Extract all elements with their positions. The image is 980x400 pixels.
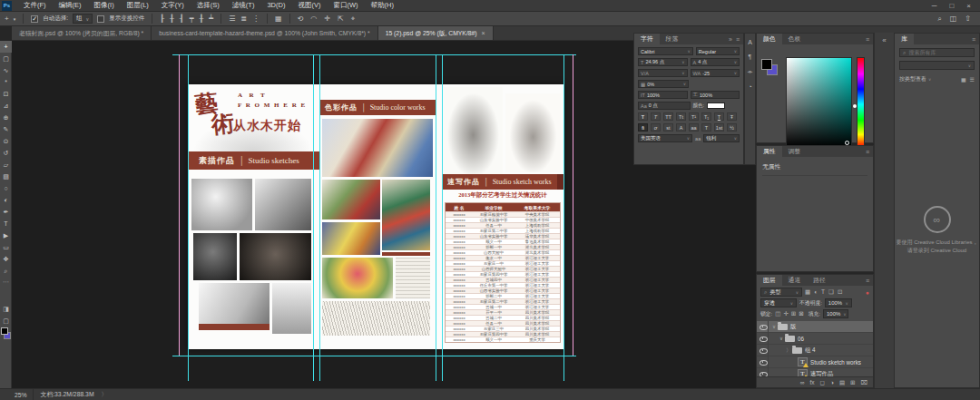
library-search-field[interactable]: ⌕ bbox=[899, 48, 975, 57]
visibility-toggle-icon[interactable] bbox=[757, 321, 769, 333]
margin-guide-left[interactable] bbox=[179, 54, 180, 356]
zoom-level-field[interactable]: 25% bbox=[0, 389, 34, 400]
layer-name[interactable]: 组 4 bbox=[805, 346, 816, 355]
eyedropper-tool[interactable]: ⊿ bbox=[0, 100, 12, 112]
filter-toggle-icon[interactable]: ● bbox=[866, 289, 869, 296]
visibility-toggle-icon[interactable] bbox=[757, 356, 769, 368]
text-style-button[interactable]: Ŧ bbox=[727, 112, 737, 121]
margin-guide-right[interactable] bbox=[573, 54, 573, 356]
expand-arrow-icon[interactable]: 〉 bbox=[785, 347, 792, 354]
status-options-icon[interactable]: 〉 bbox=[102, 390, 108, 399]
panel-menu-icon[interactable]: ≡ bbox=[866, 278, 869, 284]
visibility-toggle-icon[interactable] bbox=[757, 345, 769, 356]
menu-item[interactable]: 编辑(E) bbox=[53, 1, 88, 10]
3d-scale-icon[interactable]: ⌖ bbox=[351, 15, 356, 24]
view-by-type-label[interactable]: 按类型查看 bbox=[899, 75, 926, 83]
layer-name[interactable]: 06 bbox=[798, 336, 804, 342]
vertical-guide-1[interactable] bbox=[188, 54, 189, 381]
tab-libraries[interactable]: 库 bbox=[895, 34, 914, 44]
foreground-color-swatch[interactable] bbox=[761, 59, 772, 70]
new-layer-icon[interactable]: ⊞ bbox=[850, 379, 855, 386]
layer-effects-icon[interactable]: fx bbox=[809, 379, 814, 385]
workspace-switcher-icon[interactable]: ◫ bbox=[950, 15, 957, 24]
rectangular-marquee-tool[interactable]: ▢ bbox=[0, 53, 12, 64]
blur-tool[interactable]: ○ bbox=[0, 182, 12, 194]
opentype-button[interactable]: st bbox=[663, 123, 673, 132]
filter-adjustment-icon[interactable]: ◐ bbox=[814, 288, 818, 296]
dodge-tool[interactable]: ◐ bbox=[0, 194, 12, 206]
text-style-button[interactable]: T bbox=[638, 112, 648, 121]
eraser-tool[interactable]: ▱ bbox=[0, 159, 12, 171]
link-layers-icon[interactable]: ∞ bbox=[800, 379, 805, 385]
panel-menu-icon[interactable]: ≡ bbox=[866, 149, 869, 155]
clone-stamp-tool[interactable]: ⊙ bbox=[0, 135, 12, 147]
character-styles-icon[interactable]: A bbox=[748, 39, 752, 45]
delete-layer-icon[interactable]: ⌧ bbox=[861, 379, 868, 386]
library-select[interactable]: ∨ bbox=[899, 61, 975, 70]
layer-name[interactable]: 版 bbox=[790, 323, 796, 331]
menu-item[interactable]: 图像(I) bbox=[88, 1, 121, 10]
distribute-vertical-icon[interactable]: ☰ bbox=[229, 15, 235, 24]
maximize-icon[interactable]: □ bbox=[949, 2, 954, 10]
menu-item[interactable]: 图层(L) bbox=[121, 1, 155, 10]
kerning-field[interactable]: V/A∨ bbox=[638, 69, 688, 77]
tab-color[interactable]: 颜色 bbox=[757, 34, 782, 44]
document-tab-active[interactable]: 15 (2).psd @ 25% (版, CMYK/8#) × bbox=[378, 26, 494, 40]
horizontal-guide-top[interactable] bbox=[172, 54, 576, 55]
vertical-guide-6[interactable] bbox=[564, 54, 564, 381]
opentype-button[interactable]: A bbox=[676, 123, 686, 132]
text-style-button[interactable]: Tt bbox=[676, 112, 686, 121]
document-tab-2[interactable]: business-card-template-hazard-theme.psd … bbox=[152, 26, 377, 40]
expand-arrow-icon[interactable]: ∨ bbox=[778, 336, 785, 341]
crop-tool[interactable]: ⊡ bbox=[0, 88, 12, 100]
tab-swatches[interactable]: 色板 bbox=[782, 34, 808, 44]
align-left-icon[interactable]: ┠ bbox=[160, 15, 164, 24]
adjustments-icon[interactable]: ◔ bbox=[748, 83, 751, 90]
opentype-button[interactable]: 1st bbox=[714, 123, 724, 132]
menu-item[interactable]: 滤镜(T) bbox=[226, 1, 261, 10]
hue-slider[interactable] bbox=[857, 57, 865, 148]
opentype-button[interactable]: ½ bbox=[727, 123, 737, 132]
vertical-guide-4[interactable] bbox=[436, 54, 436, 381]
expand-arrow-icon[interactable]: ∨ bbox=[770, 324, 778, 329]
collapse-panels-icon[interactable]: « bbox=[882, 36, 886, 44]
text-style-button[interactable]: TT bbox=[663, 112, 673, 121]
adjustment-layer-icon[interactable]: ◑ bbox=[830, 379, 834, 385]
font-style-select[interactable]: Regular∨ bbox=[696, 47, 740, 55]
blend-mode-select[interactable]: 穿透∨ bbox=[760, 298, 797, 307]
collapse-icon[interactable]: » bbox=[729, 36, 732, 43]
font-size-field[interactable]: T24.96 点∨ bbox=[638, 58, 688, 66]
zoom-tool[interactable]: ⌕ bbox=[0, 265, 12, 277]
baseline-shift-field[interactable]: Aa0 点 bbox=[638, 102, 691, 110]
leading-field[interactable]: A4 点∨ bbox=[691, 58, 740, 66]
list-view-icon[interactable]: ☰ bbox=[970, 76, 975, 83]
path-selection-tool[interactable]: ▶ bbox=[0, 229, 12, 241]
hue-slider-marker[interactable] bbox=[853, 104, 857, 108]
opentype-button[interactable]: aa bbox=[689, 123, 699, 132]
align-top-icon[interactable]: ┯ bbox=[190, 15, 194, 24]
text-color-swatch[interactable] bbox=[707, 102, 725, 109]
show-transform-checkbox[interactable] bbox=[97, 15, 104, 23]
search-input[interactable] bbox=[908, 50, 963, 55]
search-icon[interactable]: ⌕ bbox=[937, 15, 941, 24]
opentype-button[interactable]: ơ bbox=[651, 123, 661, 132]
layer-row[interactable]: ∨ T 版 bbox=[757, 321, 873, 333]
menu-item[interactable]: 选择(S) bbox=[191, 1, 226, 10]
tab-adjustments[interactable]: 调整 bbox=[782, 146, 808, 157]
menu-item[interactable]: 窗口(W) bbox=[327, 1, 364, 10]
distribute-spacing-icon[interactable]: ⋮ bbox=[252, 15, 260, 24]
layer-name[interactable]: Studio sketch works bbox=[810, 359, 861, 366]
rectangle-tool[interactable]: ▭ bbox=[0, 241, 12, 253]
grid-view-icon[interactable]: ▦ bbox=[961, 76, 966, 83]
menu-item[interactable]: 帮助(H) bbox=[365, 1, 400, 10]
panel-menu-icon[interactable]: ≡ bbox=[866, 36, 869, 43]
font-family-select[interactable]: Calibri∨ bbox=[638, 47, 693, 55]
auto-select-checkbox[interactable]: ✓ bbox=[31, 15, 38, 23]
text-style-button[interactable]: T¹ bbox=[689, 112, 699, 121]
lock-pixels-icon[interactable]: ✛ bbox=[783, 310, 788, 317]
close-icon[interactable]: × bbox=[966, 2, 971, 10]
3d-rotate-icon[interactable]: ⟲ bbox=[298, 15, 304, 24]
lock-all-icon[interactable]: ⊠ bbox=[799, 310, 803, 317]
distribution-options-icon[interactable]: ▦ bbox=[275, 15, 282, 24]
lock-position-icon[interactable]: ⊞ bbox=[791, 310, 796, 317]
